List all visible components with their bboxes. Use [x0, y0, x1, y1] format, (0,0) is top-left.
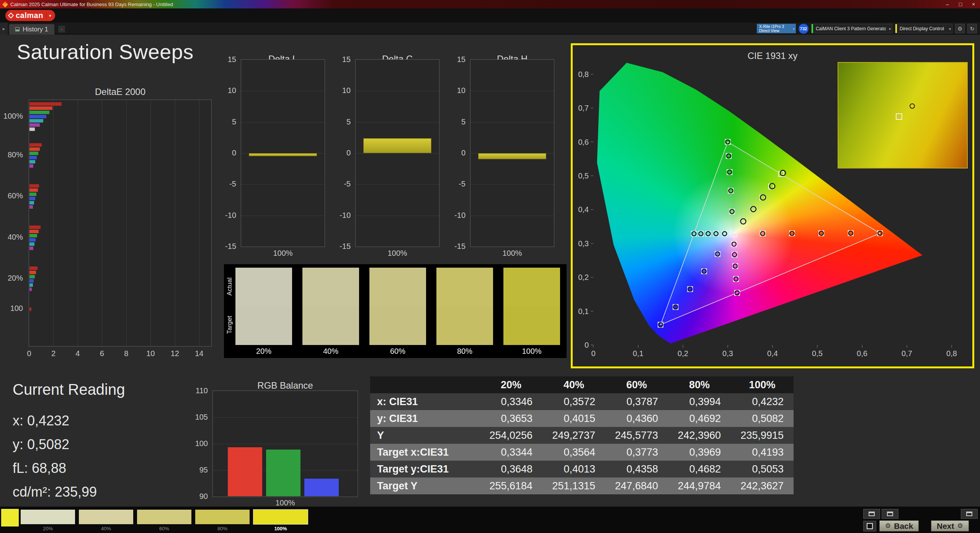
table-cell: 242,3627 [731, 477, 794, 494]
table-cell: 0,4232 [731, 393, 794, 410]
sidebar-collapse-button[interactable]: ▸ [0, 23, 8, 34]
svg-text:0,7: 0,7 [902, 349, 912, 358]
table-cell: 235,9915 [731, 427, 794, 444]
y-group-label: 20% [8, 274, 23, 283]
tab-history-1-label: History 1 [23, 26, 48, 33]
deltaH-chart [470, 59, 554, 247]
caret-down-icon: ▾ [793, 26, 795, 31]
settings-gear-button[interactable]: ⚙ [955, 24, 965, 33]
actual-swatch-40% [302, 268, 359, 306]
pattern-generator-dropdown[interactable]: CalMAN Client 3 Pattern Generator ▾ [811, 24, 892, 33]
close-button[interactable]: × [967, 0, 980, 8]
pattern-step-40%[interactable] [79, 510, 133, 524]
caret-down-icon: ▾ [889, 26, 891, 31]
pattern-step-20%[interactable] [21, 510, 75, 524]
svg-text:0,4: 0,4 [767, 349, 778, 358]
row-label: Y [370, 427, 480, 444]
x-tick-label: 12 [171, 349, 179, 358]
pattern-step-80%[interactable] [195, 510, 250, 524]
gridline [199, 100, 199, 346]
display-control-dropdown[interactable]: Direct Display Control ▾ [895, 24, 952, 33]
rgb-bar-blue [304, 478, 339, 497]
back-button[interactable]: ⚙ Back [879, 520, 919, 531]
y-tick-label: -5 [229, 180, 236, 188]
row-label: y: CIE31 [370, 410, 480, 427]
deltaE-bar [29, 197, 35, 200]
swatch-column-label: 40% [323, 347, 338, 356]
row-label: Target x:CIE31 [370, 444, 480, 461]
gridline [78, 100, 78, 346]
deltaE-chart-title: DeltaE 2000 [95, 87, 145, 97]
delta-bar [363, 138, 432, 153]
deltaE-bar [29, 152, 38, 155]
menubar: calman ▾ [0, 8, 980, 23]
gear-icon: ⚙ [957, 26, 962, 32]
gridline [213, 444, 358, 444]
y-tick-label: -15 [225, 242, 236, 251]
meter-mode: Direct View [759, 29, 784, 33]
bottom-pattern-bar: 20%40%60%80%100% ⚙ Back Next ⚙ [0, 507, 980, 533]
new-tab-button[interactable]: ▫ [58, 26, 65, 33]
column-header: 60% [605, 376, 668, 393]
gridline [470, 91, 554, 91]
y-tick-label: 95 [199, 466, 208, 474]
meter-dropdown[interactable]: X-Rite i1Pro 3 Direct View ▾ [757, 24, 796, 33]
window-icon [887, 512, 893, 516]
table-cell: 0,4682 [668, 461, 731, 477]
deltaE-bar [29, 184, 39, 188]
calman-menu-button[interactable]: calman ▾ [5, 10, 55, 21]
maximize-button[interactable]: □ [954, 0, 967, 8]
gridline [213, 417, 358, 418]
row-label: x: CIE31 [370, 393, 480, 410]
rgb-balance-chart [212, 391, 358, 497]
next-button[interactable]: Next ⚙ [931, 520, 969, 531]
table-cell: 0,4193 [731, 444, 794, 461]
deltaE2000-chart [29, 100, 212, 347]
titlebar[interactable]: Calman 2025 Calman Ultimate for Business… [0, 0, 980, 8]
x-tick-label: 6 [100, 349, 104, 358]
pattern-step-100%[interactable] [253, 510, 308, 524]
rgb-y-axis: 1101051009590 [193, 391, 211, 497]
rgb-bar-red [227, 447, 263, 497]
tab-bar: ▸ History 1 ▫ X-Rite i1Pro 3 Direct View… [0, 23, 980, 34]
column-header: 100% [731, 376, 794, 393]
tab-history-1[interactable]: History 1 [9, 24, 54, 34]
y-tick-label: 0 [346, 149, 351, 157]
gridline [150, 100, 151, 346]
pattern-preview-toggle[interactable] [863, 521, 876, 531]
table-cell: 0,3969 [668, 444, 731, 461]
cie-zoom-inset [838, 62, 968, 168]
swatch-column-label: 80% [457, 347, 472, 356]
pattern-window-button-3[interactable] [961, 509, 978, 519]
column-header: 20% [480, 376, 542, 393]
window-title: Calman 2025 Calman Ultimate for Business… [10, 2, 173, 7]
deltaE-bar [29, 238, 36, 242]
deltaE-bar [29, 201, 34, 204]
delta-bar [249, 153, 317, 156]
gridline [241, 122, 325, 123]
x-tick-label: 10 [146, 349, 155, 358]
pattern-step-60%[interactable] [137, 510, 191, 524]
deltaE-bar [29, 147, 40, 151]
pattern-window-button-1[interactable] [863, 509, 880, 519]
table-cell: 0,4013 [542, 461, 605, 477]
svg-text:0,5: 0,5 [812, 349, 823, 358]
pattern-step-label: 40% [101, 526, 111, 531]
pattern-window-button-2[interactable] [882, 509, 898, 519]
deltaE-bar [29, 164, 33, 168]
table-cell: 249,2737 [542, 427, 605, 444]
gridline [241, 216, 325, 216]
gridline [175, 100, 175, 346]
deltaE-bar [29, 242, 34, 246]
chart-tab-icon [15, 27, 20, 31]
actual-swatch-20% [235, 268, 292, 306]
delta-bar [478, 153, 547, 159]
deltaE-bar [29, 307, 31, 311]
swatch-column-label: 60% [390, 347, 405, 356]
meter-badge: 732 [799, 24, 808, 34]
calman-logo-label: calman [16, 11, 43, 20]
refresh-button[interactable]: ↻ [967, 24, 977, 33]
app-window: Calman 2025 Calman Ultimate for Business… [0, 0, 980, 533]
y-tick-label: -10 [454, 211, 466, 220]
minimize-button[interactable]: – [941, 0, 954, 8]
